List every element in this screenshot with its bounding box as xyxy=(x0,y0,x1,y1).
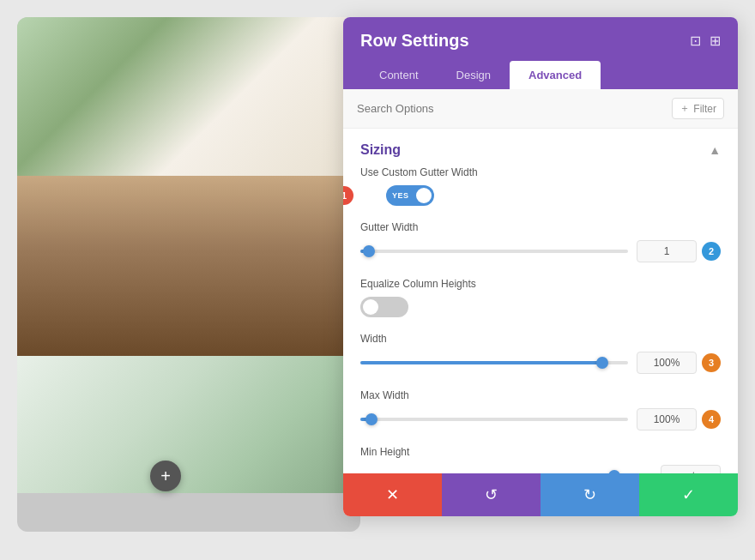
width-fill xyxy=(360,361,601,364)
gutter-width-slider-row: 1 2 xyxy=(360,240,721,262)
filter-label: Filter xyxy=(693,103,716,115)
max-width-slider-row: 100% 4 xyxy=(360,408,721,431)
add-button[interactable]: + xyxy=(150,461,181,491)
width-thumb[interactable] xyxy=(596,357,608,369)
undo-button[interactable]: ↺ xyxy=(442,473,541,516)
redo-button[interactable]: ↻ xyxy=(541,473,639,516)
width-value[interactable]: 100% xyxy=(637,352,697,374)
background-photos xyxy=(17,17,360,532)
expand-icon[interactable]: ⊡ xyxy=(690,33,701,49)
equalize-heights-label: Equalize Column Heights xyxy=(360,278,721,290)
gutter-width-value[interactable]: 1 xyxy=(637,240,697,262)
tab-design[interactable]: Design xyxy=(438,61,510,89)
tab-content[interactable]: Content xyxy=(360,61,438,89)
gutter-width-option: Gutter Width 1 2 xyxy=(360,221,721,262)
width-track[interactable] xyxy=(360,361,628,364)
equalize-heights-toggle-row: NO xyxy=(360,297,721,317)
badge-4: 4 xyxy=(702,410,721,429)
row-settings-panel: Row Settings ⊡ ⊞ Content Design Advanced… xyxy=(343,17,738,516)
custom-gutter-toggle[interactable]: YES xyxy=(386,185,434,206)
undo-icon: ↺ xyxy=(485,485,498,504)
panel-header: Row Settings ⊡ ⊞ Content Design Advanced xyxy=(343,17,738,89)
badge-1: 1 xyxy=(343,186,353,205)
custom-gutter-toggle-row: 1 YES xyxy=(360,185,721,206)
photo-2 xyxy=(17,176,360,356)
badge-3: 3 xyxy=(702,353,721,372)
max-width-value-row: 100% 4 xyxy=(637,408,721,431)
min-height-label: Min Height xyxy=(360,446,721,458)
max-width-option: Max Width 100% 4 xyxy=(360,389,721,431)
toggle-knob-off xyxy=(363,299,378,315)
gutter-width-track[interactable] xyxy=(360,250,628,253)
save-button[interactable]: ✓ xyxy=(639,473,738,516)
custom-gutter-option: Use Custom Gutter Width 1 YES xyxy=(360,166,721,206)
tabs: Content Design Advanced xyxy=(360,61,721,89)
search-bar: ＋ Filter xyxy=(343,89,738,129)
columns-icon[interactable]: ⊞ xyxy=(710,33,721,49)
toggle-yes-label: YES xyxy=(386,191,409,200)
filter-button[interactable]: ＋ Filter xyxy=(672,98,724,119)
cancel-icon: ✕ xyxy=(386,485,399,504)
equalize-heights-option: Equalize Column Heights NO xyxy=(360,278,721,317)
width-value-row: 100% 3 xyxy=(637,352,721,374)
gutter-width-value-row: 1 2 xyxy=(637,240,721,262)
panel-title-row: Row Settings ⊡ ⊞ xyxy=(360,31,721,51)
gutter-width-label: Gutter Width xyxy=(360,221,721,233)
equalize-heights-toggle[interactable]: NO xyxy=(360,297,408,317)
photo-1 xyxy=(17,17,360,176)
max-width-label: Max Width xyxy=(360,389,721,401)
action-bar: ✕ ↺ ↻ ✓ xyxy=(343,473,738,516)
save-icon: ✓ xyxy=(682,485,695,504)
photo-3 xyxy=(17,356,360,493)
toggle-knob xyxy=(416,188,432,203)
redo-icon: ↻ xyxy=(583,485,596,504)
cancel-button[interactable]: ✕ xyxy=(343,473,442,516)
max-width-thumb[interactable] xyxy=(365,413,378,425)
width-slider-row: 100% 3 xyxy=(360,352,721,374)
max-width-value[interactable]: 100% xyxy=(637,408,697,431)
custom-gutter-label: Use Custom Gutter Width xyxy=(360,166,721,178)
sizing-title: Sizing xyxy=(360,142,401,158)
panel-body: Sizing ▲ Use Custom Gutter Width 1 YES G… xyxy=(343,129,738,516)
sizing-chevron-icon: ▲ xyxy=(709,143,721,157)
search-input[interactable] xyxy=(357,102,665,115)
width-option: Width 100% 3 xyxy=(360,333,721,374)
panel-title: Row Settings xyxy=(360,31,469,51)
badge-2: 2 xyxy=(702,242,721,261)
max-width-track[interactable] xyxy=(360,418,628,421)
filter-plus-icon: ＋ xyxy=(680,101,690,116)
sizing-section-header[interactable]: Sizing ▲ xyxy=(360,129,721,166)
panel-icons: ⊡ ⊞ xyxy=(690,33,721,49)
tab-advanced[interactable]: Advanced xyxy=(510,61,601,89)
width-label: Width xyxy=(360,333,721,345)
gutter-width-thumb[interactable] xyxy=(363,245,375,257)
